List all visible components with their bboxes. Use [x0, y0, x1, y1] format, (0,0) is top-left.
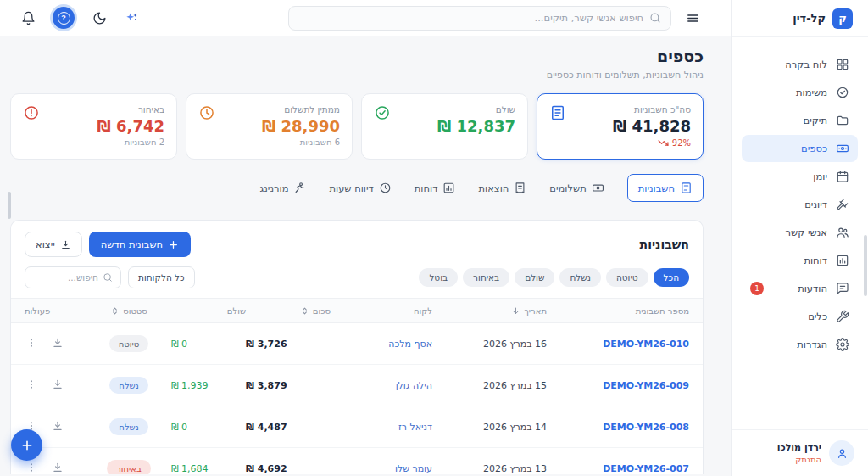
tab-expenses[interactable]: הוצאות	[478, 182, 526, 194]
stat-card-paid[interactable]: שולם ₪ 12,837	[361, 93, 528, 160]
content-scrollbar-thumb[interactable]	[8, 192, 11, 219]
sidebar-item-label: דוחות	[804, 255, 827, 266]
stat-card-pending[interactable]: ממתין לתשלום ₪ 28,990 6 חשבוניות	[186, 93, 353, 160]
trend-down-icon	[658, 137, 669, 148]
alert-circle-icon	[23, 104, 40, 148]
bar-chart-icon	[442, 182, 455, 194]
client-link[interactable]: עומר שלו	[331, 463, 432, 474]
invoice-search[interactable]	[25, 266, 121, 288]
page-subtitle: ניהול חשבוניות, תשלומים ודוחות כספיים	[10, 70, 704, 81]
client-link[interactable]: דניאל רז	[331, 422, 432, 433]
finance-tabs: חשבוניות תשלומים הוצאות דוחות דיווח שעות…	[10, 174, 704, 210]
stat-value: ₪ 41,828	[613, 117, 691, 135]
sidebar-item-tools[interactable]: כלים	[742, 303, 858, 330]
filter-chip-overdue[interactable]: באיחור	[463, 268, 509, 287]
export-button[interactable]: ייצוא	[25, 232, 82, 257]
client-link[interactable]: הילה גולן	[331, 380, 432, 391]
col-status-sortable[interactable]: סטטוס	[110, 306, 147, 316]
window-scrollbar-thumb[interactable]	[864, 235, 867, 296]
table-row[interactable]: DEMO-YM26-007 13 במרץ 2026 עומר שלו ₪ 4,…	[11, 448, 703, 474]
app-window: ק קל-דין לוח בקרה משימות תיקים כספים יומ…	[0, 0, 868, 476]
invoice-number-link[interactable]: DEMO-YM26-009	[547, 380, 689, 391]
table-row[interactable]: DEMO-YM26-008 14 במרץ 2026 דניאל רז ₪ 4,…	[11, 406, 703, 448]
ai-assistant-button[interactable]	[120, 7, 142, 29]
banknote-icon	[592, 182, 604, 194]
search-icon	[649, 12, 661, 24]
filter-chip-sent[interactable]: נשלח	[559, 268, 600, 287]
menu-button[interactable]	[682, 7, 704, 29]
global-search-input[interactable]	[298, 12, 643, 24]
check-circle-icon	[836, 86, 849, 99]
filter-chip-cancelled[interactable]: בוטל	[419, 268, 458, 287]
sidebar-item-dashboard[interactable]: לוח בקרה	[742, 51, 858, 78]
download-invoice-button[interactable]	[51, 378, 64, 392]
col-date-sortable[interactable]: תאריך	[432, 306, 547, 316]
sidebar-item-reports[interactable]: דוחות	[742, 247, 858, 274]
invoice-number-link[interactable]: DEMO-YM26-007	[547, 463, 689, 474]
download-invoice-button[interactable]	[51, 420, 64, 434]
filter-chip-all[interactable]: הכל	[654, 268, 689, 287]
kebab-icon	[25, 337, 37, 349]
new-invoice-button[interactable]: חשבונית חדשה	[89, 232, 191, 257]
row-menu-button[interactable]	[25, 378, 38, 392]
table-row[interactable]: DEMO-YM26-010 16 במרץ 2026 אסף מלכה ₪ 3,…	[11, 323, 703, 365]
row-menu-button[interactable]	[25, 462, 38, 474]
help-button[interactable]: ?	[53, 7, 75, 29]
stat-card-overdue[interactable]: באיחור ₪ 6,742 2 חשבוניות	[10, 93, 177, 160]
download-invoice-button[interactable]	[51, 462, 64, 474]
tab-reports[interactable]: דוחות	[415, 182, 456, 194]
invoice-table-header: מספר חשבונית תאריך לקוח סכום שולם סטטוס …	[11, 298, 703, 323]
invoice-date: 14 במרץ 2026	[432, 422, 547, 433]
sidebar-item-cases[interactable]: תיקים	[742, 107, 858, 134]
tab-payments[interactable]: תשלומים	[549, 182, 604, 194]
invoice-amount: ₪ 4,692	[246, 463, 331, 474]
stat-label: ממתין לתשלום	[262, 104, 340, 115]
tab-invoices[interactable]: חשבוניות	[627, 174, 704, 202]
client-link[interactable]: אסף מלכה	[331, 339, 432, 350]
search-icon	[103, 272, 113, 283]
stat-label: באיחור	[97, 104, 164, 115]
floating-add-button[interactable]	[11, 429, 42, 461]
user-name: ירדן מולכו	[777, 442, 821, 454]
new-invoice-label: חשבונית חדשה	[101, 238, 163, 250]
invoice-number-link[interactable]: DEMO-YM26-010	[547, 339, 689, 350]
stat-card-total-invoices[interactable]: סה"כ חשבוניות ₪ 41,828 92%	[537, 93, 704, 160]
table-row[interactable]: DEMO-YM26-009 15 במרץ 2026 הילה גולן ₪ 3…	[11, 365, 703, 406]
sidebar-item-settings[interactable]: הגדרות	[742, 331, 858, 358]
filter-chip-paid[interactable]: שולם	[515, 268, 554, 287]
col-label: סטטוס	[123, 306, 147, 316]
client-filter-select[interactable]: כל הלקוחות	[128, 266, 195, 288]
filter-chip-draft[interactable]: טיוטה	[606, 268, 648, 287]
download-invoice-button[interactable]	[51, 337, 64, 350]
gavel-icon	[836, 198, 849, 211]
global-search[interactable]	[288, 6, 671, 31]
sidebar-item-tasks[interactable]: משימות	[742, 79, 858, 106]
trend-value: 92%	[672, 138, 691, 148]
invoice-number-link[interactable]: DEMO-YM26-008	[547, 422, 689, 433]
tab-morning[interactable]: מורנינג	[260, 182, 307, 194]
stat-cards: סה"כ חשבוניות ₪ 41,828 92% שולם ₪ 12,837	[10, 93, 704, 160]
dark-mode-button[interactable]	[88, 7, 110, 29]
notifications-button[interactable]	[17, 7, 39, 29]
sidebar-item-contacts[interactable]: אנשי קשר	[742, 219, 858, 246]
row-menu-button[interactable]	[25, 337, 38, 350]
question-mark-icon: ?	[58, 12, 70, 25]
tab-time-tracking[interactable]: דיווח שעות	[329, 182, 391, 194]
col-amount-sortable[interactable]: סכום	[246, 306, 331, 316]
status-badge: נשלח	[109, 377, 147, 394]
tab-label: תשלומים	[549, 182, 586, 194]
sidebar-item-label: כספים	[801, 143, 827, 154]
sidebar-item-calendar[interactable]: יומן	[742, 163, 858, 190]
invoice-search-input[interactable]	[33, 272, 98, 283]
invoice-paid: ₪ 1,684	[171, 463, 246, 474]
clock-icon	[379, 182, 392, 194]
sidebar-item-messages[interactable]: הודעות1	[742, 275, 858, 302]
moon-icon	[92, 11, 107, 25]
sidebar-item-hearings[interactable]: דיונים	[742, 191, 858, 218]
sidebar-item-finance[interactable]: כספים	[742, 135, 858, 162]
wrench-icon	[836, 310, 849, 323]
download-icon	[60, 239, 71, 250]
sidebar-item-label: לוח בקרה	[785, 59, 827, 70]
invoices-title: חשבוניות	[640, 238, 689, 251]
logout-link[interactable]: התנתק	[777, 455, 821, 464]
